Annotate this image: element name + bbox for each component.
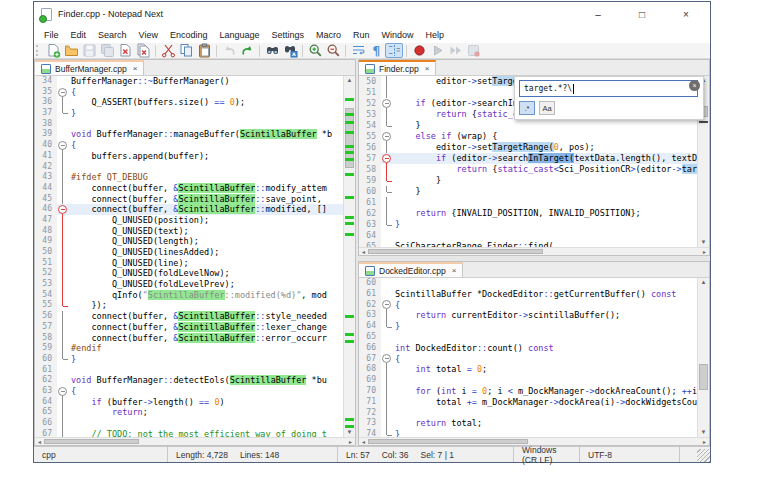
menu-run[interactable]: Run [347,28,376,42]
line-number[interactable]: 64 [35,397,57,408]
line-number[interactable]: 59 [35,343,57,354]
copy-button[interactable] [177,43,195,58]
line-number[interactable]: 63 [359,219,381,230]
code-line[interactable]: 73 return total; [359,418,697,429]
line-number[interactable]: 43 [35,172,57,183]
line-number[interactable]: 62 [35,375,57,386]
replace-button[interactable] [281,43,299,58]
scrollbar-thumb[interactable] [368,439,528,444]
line-number[interactable]: 59 [359,175,381,186]
show-all-characters-button[interactable]: ¶ [367,43,385,58]
line-number[interactable]: 57 [359,153,381,164]
line-number[interactable]: 34 [35,76,57,87]
tab-dockededitor-cpp[interactable]: DockedEditor.cpp × [359,262,463,277]
code-line[interactable]: 40{ [35,140,343,151]
menu-file[interactable]: File [38,28,65,42]
scroll-up-icon[interactable]: ▲ [344,76,355,85]
line-number[interactable]: 61 [35,365,57,376]
code-line[interactable]: 38 [35,119,343,130]
resize-grip[interactable] [697,449,710,462]
match-case-toggle-button[interactable]: Aa [539,101,555,115]
line-number[interactable]: 64 [359,230,381,241]
status-cursor-position[interactable]: Ln: 57 Col: 36 Sel: 7 | 1 [337,447,513,462]
tab-close-icon[interactable]: × [425,64,430,73]
code-editor[interactable]: 34BufferManager::~BufferManager()35{36 Q… [35,76,355,437]
code-line[interactable]: 46 connect(buffer, &ScintillaBuffer::mod… [35,204,343,215]
maximize-button[interactable]: □ [620,2,664,26]
minimize-button[interactable]: – [576,2,620,26]
scroll-down-icon[interactable]: ▼ [344,428,355,437]
line-number[interactable]: 55 [35,300,57,311]
cut-button[interactable] [159,43,177,58]
code-line[interactable]: 68 int total = 0; [359,364,697,375]
line-number[interactable]: 61 [359,197,381,208]
code-line[interactable]: 60 } [359,186,697,197]
code-line[interactable]: 69 [359,375,697,386]
menu-search[interactable]: Search [92,28,133,42]
code-line[interactable]: 39void BufferManager::manageBuffer(Scint… [35,129,343,140]
menu-help[interactable]: Help [420,28,451,42]
line-number[interactable]: 58 [359,164,381,175]
code-line[interactable]: 71 total += m_DockManager->dockArea(i)->… [359,397,697,408]
line-number[interactable]: 62 [359,208,381,219]
code-line[interactable]: 34BufferManager::~BufferManager() [35,76,343,87]
line-number[interactable]: 42 [35,162,57,173]
scroll-right-icon[interactable]: ► [700,438,709,446]
vertical-scrollbar[interactable]: ▲ ▼ [697,278,709,437]
horizontal-scrollbar[interactable]: ◄ ► [35,437,355,445]
search-input[interactable]: target.*?\ [519,80,698,97]
code-line[interactable]: 57 if (editor->searchInTarget(textData.l… [359,153,697,164]
menu-encoding[interactable]: Encoding [164,28,214,42]
status-document-info[interactable]: Length: 4,728 Lines: 148 [167,447,337,462]
code-line[interactable]: 67 // TODO: not the most efficient way o… [35,429,343,437]
line-number[interactable]: 40 [35,140,57,151]
code-line[interactable]: 59 } [359,175,697,186]
line-number[interactable]: 55 [359,131,381,142]
line-number[interactable]: 39 [35,129,57,140]
line-number[interactable]: 58 [35,333,57,344]
line-number[interactable]: 45 [35,194,57,205]
line-number[interactable]: 53 [359,109,381,120]
menu-macro[interactable]: Macro [310,28,347,42]
fold-marker-icon[interactable] [57,140,69,151]
scroll-down-icon[interactable]: ▼ [698,428,709,437]
line-number[interactable]: 63 [35,386,57,397]
fold-marker-icon[interactable] [381,98,393,109]
code-line[interactable]: 55 else if (wrap) { [359,131,697,142]
code-line[interactable]: 43#ifdef QT_DEBUG [35,172,343,183]
code-line[interactable]: 67{ [359,354,697,365]
code-line[interactable]: 41 buffers.append(buffer); [35,151,343,162]
line-number[interactable]: 36 [35,97,57,108]
code-line[interactable]: 52 Q_UNUSED(foldLevelNow); [35,268,343,279]
code-line[interactable]: 35{ [35,87,343,98]
code-line[interactable]: 51 Q_UNUSED(line); [35,258,343,269]
scroll-right-icon[interactable]: ► [346,438,355,446]
record-macro-button[interactable] [410,43,428,58]
menu-window[interactable]: Window [376,28,420,42]
code-line[interactable]: 61 [359,197,697,208]
fold-marker-icon[interactable] [57,87,69,98]
code-line[interactable]: 64} [359,321,697,332]
line-number[interactable]: 66 [359,343,381,354]
code-line[interactable]: 58 connect(buffer, &ScintillaBuffer::err… [35,333,343,344]
code-line[interactable]: 44 connect(buffer, &ScintillaBuffer::mod… [35,183,343,194]
code-line[interactable]: 66int DockedEditor::count() const [359,343,697,354]
line-number[interactable]: 67 [359,354,381,365]
zoom-out-button[interactable] [324,43,342,58]
tab-finder-cpp[interactable]: Finder.cpp × [359,60,436,75]
clear-search-icon[interactable]: × [689,80,700,91]
code-line[interactable]: 54 } [359,120,697,131]
code-editor[interactable]: 50 editor->setTargetRange5152 if (editor… [359,76,709,247]
fold-marker-icon[interactable] [57,204,69,215]
line-number[interactable]: 63 [359,310,381,321]
code-line[interactable]: 63} [359,219,697,230]
menu-language[interactable]: Language [213,28,265,42]
line-number[interactable]: 41 [35,151,57,162]
fold-marker-icon[interactable] [57,386,69,397]
status-encoding[interactable]: UTF-8 [579,447,679,462]
code-line[interactable]: 62{ [359,300,697,311]
code-line[interactable]: 74} [359,429,697,437]
line-number[interactable]: 69 [359,375,381,386]
code-line[interactable]: 59#endif [35,343,343,354]
status-language[interactable]: cpp [34,447,167,462]
